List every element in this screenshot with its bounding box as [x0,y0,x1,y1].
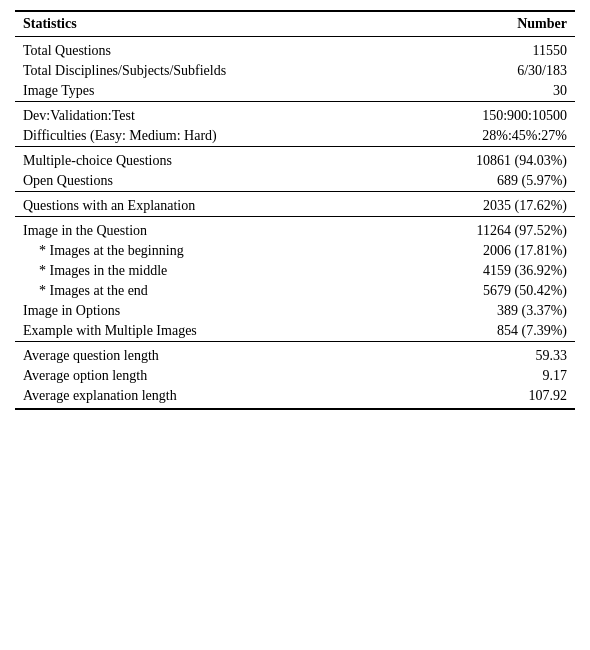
row-value: 389 (3.37%) [391,301,575,321]
row-value: 10861 (94.03%) [391,147,575,172]
row-value: 2006 (17.81%) [391,241,575,261]
row-label: Dev:Validation:Test [15,102,391,127]
table-row: Image in Options389 (3.37%) [15,301,575,321]
table-row: Total Questions11550 [15,37,575,62]
table-row: Average question length59.33 [15,342,575,367]
table-row: Total Disciplines/Subjects/Subfields6/30… [15,61,575,81]
table-row: Open Questions689 (5.97%) [15,171,575,192]
row-label: * Images in the middle [15,261,391,281]
row-label: Image Types [15,81,391,102]
row-label: Average question length [15,342,391,367]
table-row: Questions with an Explanation2035 (17.62… [15,192,575,217]
row-value: 6/30/183 [391,61,575,81]
row-value: 107.92 [391,386,575,409]
header-number: Number [391,11,575,37]
row-value: 30 [391,81,575,102]
row-value: 28%:45%:27% [391,126,575,147]
row-label: Average explanation length [15,386,391,409]
row-label: Example with Multiple Images [15,321,391,342]
table-row: * Images in the middle4159 (36.92%) [15,261,575,281]
statistics-table: Statistics Number Total Questions11550To… [15,10,575,410]
row-value: 4159 (36.92%) [391,261,575,281]
row-label: Total Questions [15,37,391,62]
row-label: * Images at the end [15,281,391,301]
row-label: Image in the Question [15,217,391,242]
row-label: Open Questions [15,171,391,192]
row-label: Average option length [15,366,391,386]
table-row: * Images at the end5679 (50.42%) [15,281,575,301]
row-value: 11550 [391,37,575,62]
row-label: Total Disciplines/Subjects/Subfields [15,61,391,81]
row-label: Image in Options [15,301,391,321]
row-label: Difficulties (Easy: Medium: Hard) [15,126,391,147]
table-row: Average explanation length107.92 [15,386,575,409]
table-row: Example with Multiple Images854 (7.39%) [15,321,575,342]
table-row: Dev:Validation:Test150:900:10500 [15,102,575,127]
row-value: 150:900:10500 [391,102,575,127]
table-row: Multiple-choice Questions10861 (94.03%) [15,147,575,172]
table-row: * Images at the beginning2006 (17.81%) [15,241,575,261]
row-value: 11264 (97.52%) [391,217,575,242]
table-row: Average option length9.17 [15,366,575,386]
row-label: * Images at the beginning [15,241,391,261]
table-row: Difficulties (Easy: Medium: Hard)28%:45%… [15,126,575,147]
row-value: 5679 (50.42%) [391,281,575,301]
table-row: Image in the Question11264 (97.52%) [15,217,575,242]
row-value: 2035 (17.62%) [391,192,575,217]
header-statistics: Statistics [15,11,391,37]
row-label: Questions with an Explanation [15,192,391,217]
row-label: Multiple-choice Questions [15,147,391,172]
row-value: 689 (5.97%) [391,171,575,192]
table-row: Image Types30 [15,81,575,102]
row-value: 854 (7.39%) [391,321,575,342]
row-value: 59.33 [391,342,575,367]
row-value: 9.17 [391,366,575,386]
